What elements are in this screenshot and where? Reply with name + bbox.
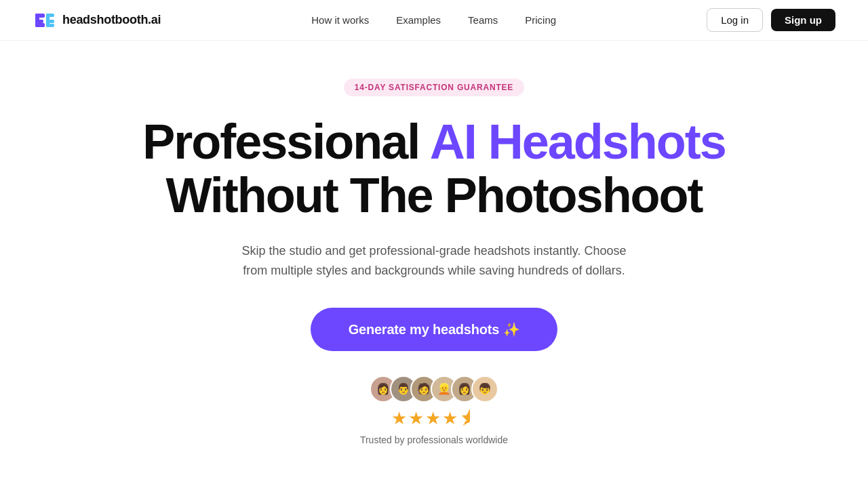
nav-links: How it works Examples Teams Pricing <box>311 14 556 26</box>
generate-button[interactable]: Generate my headshots ✨ <box>311 308 558 351</box>
svg-rect-8 <box>46 24 54 27</box>
svg-rect-2 <box>35 14 45 18</box>
svg-rect-7 <box>46 20 54 23</box>
star-rating: ★ ★ ★ ★ ⯨ <box>391 408 477 429</box>
social-proof: 👩 👨 🧑 👱 👩 👦 ★ ★ ★ ★ ⯨ Trusted by profess… <box>360 375 508 445</box>
hero-title-part2: Without The Photoshoot <box>165 168 702 222</box>
logo-icon <box>33 8 57 33</box>
hero-subtitle: Skip the studio and get professional-gra… <box>237 241 631 281</box>
avatar-6: 👦 <box>471 375 498 403</box>
login-button[interactable]: Log in <box>707 8 763 32</box>
guarantee-badge: 14-DAY SATISFACTION GUARANTEE <box>344 79 524 96</box>
hero-section: 14-DAY SATISFACTION GUARANTEE Profession… <box>0 41 868 472</box>
star-2: ★ <box>408 408 424 429</box>
star-3: ★ <box>425 408 441 429</box>
svg-rect-4 <box>35 23 45 27</box>
trusted-text: Trusted by professionals worldwide <box>360 434 508 445</box>
nav-pricing[interactable]: Pricing <box>525 14 556 26</box>
logo-text: headshotbooth.ai <box>62 13 161 27</box>
star-1: ★ <box>391 408 407 429</box>
star-5-half: ⯨ <box>459 408 477 429</box>
nav-actions: Log in Sign up <box>707 8 835 32</box>
avatar-group: 👩 👨 🧑 👱 👩 👦 <box>370 375 498 403</box>
nav-teams[interactable]: Teams <box>468 14 498 26</box>
signup-button[interactable]: Sign up <box>771 9 835 31</box>
hero-title-highlight: AI Headshots <box>430 115 726 169</box>
hero-title-part1: Professional <box>142 115 429 169</box>
navbar: headshotbooth.ai How it works Examples T… <box>0 0 868 41</box>
hero-title: Professional AI Headshots Without The Ph… <box>142 115 726 222</box>
logo-link[interactable]: headshotbooth.ai <box>33 8 161 33</box>
nav-how-it-works[interactable]: How it works <box>311 14 369 26</box>
svg-rect-3 <box>35 20 43 23</box>
star-4: ★ <box>442 408 458 429</box>
nav-examples[interactable]: Examples <box>396 14 441 26</box>
